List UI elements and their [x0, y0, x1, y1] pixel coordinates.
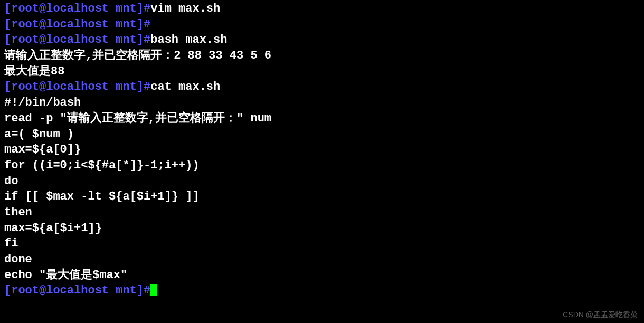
shell-prompt: [root@localhost mnt]#	[4, 18, 150, 31]
terminal-line: [root@localhost mnt]#bash max.sh	[4, 32, 640, 48]
command-text: cat max.sh	[150, 80, 220, 93]
script-line: #!/bin/bash	[4, 95, 640, 111]
watermark-text: CSDN @孟孟爱吃香菜	[563, 310, 638, 320]
shell-prompt: [root@localhost mnt]#	[4, 2, 150, 15]
cursor-block	[150, 284, 157, 296]
shell-prompt: [root@localhost mnt]#	[4, 80, 150, 93]
script-line: read -p "请输入正整数字,并已空格隔开：" num	[4, 111, 640, 127]
terminal-line: [root@localhost mnt]#	[4, 17, 640, 33]
shell-prompt: [root@localhost mnt]#	[4, 284, 150, 297]
terminal-output: 请输入正整数字,并已空格隔开：2 88 33 43 5 6	[4, 48, 640, 64]
terminal-line: [root@localhost mnt]#cat max.sh	[4, 79, 640, 95]
script-line: do	[4, 174, 640, 189]
script-line: for ((i=0;i<${#a[*]}-1;i++))	[4, 158, 640, 174]
script-line: max=${a[0]}	[4, 142, 640, 158]
script-line: max=${a[$i+1]}	[4, 221, 640, 236]
script-line: then	[4, 205, 640, 221]
shell-prompt: [root@localhost mnt]#	[4, 33, 150, 46]
terminal-output: 最大值是88	[4, 64, 640, 80]
terminal-line: [root@localhost mnt]#vim max.sh	[4, 1, 640, 17]
script-line: fi	[4, 236, 640, 252]
terminal-line[interactable]: [root@localhost mnt]#	[4, 283, 640, 299]
script-line: a=( $num )	[4, 127, 640, 142]
command-text: bash max.sh	[150, 33, 227, 46]
script-line: echo "最大值是$max"	[4, 268, 640, 283]
script-line: done	[4, 252, 640, 268]
command-text: vim max.sh	[150, 2, 220, 15]
script-line: if [[ $max -lt ${a[$i+1]} ]]	[4, 189, 640, 205]
